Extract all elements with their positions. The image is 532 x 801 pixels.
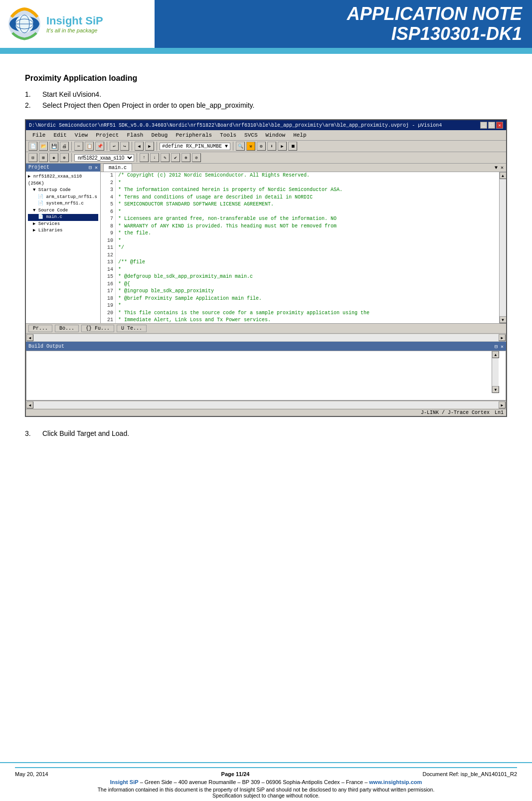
tb2-btn3[interactable]: ◈ (49, 153, 58, 162)
menu-svcs[interactable]: SVCS (240, 131, 261, 139)
globe-icon (7, 7, 41, 41)
sep4 (157, 142, 157, 151)
jlink-status: J-LINK / J-Trace Cortex (421, 410, 490, 415)
tb2-btn10[interactable]: ⊘ (192, 153, 201, 162)
tb2-btn1[interactable]: ⊟ (28, 153, 37, 162)
build-scroll-up[interactable]: ▲ (492, 351, 499, 358)
ide-titlebar-buttons[interactable]: _ □ ✕ (480, 122, 503, 129)
bottom-tab-project[interactable]: Pr... (28, 325, 52, 332)
ide-menubar: File Edit View Project Flash Debug Perip… (26, 130, 506, 141)
search-button[interactable]: 🔍 (236, 142, 245, 151)
scroll-down-button[interactable]: ▼ (500, 316, 507, 323)
menu-help[interactable]: Help (289, 131, 310, 139)
bottom-tab-functions[interactable]: {} Fu... (81, 325, 114, 332)
tb2-btn9[interactable]: ⊗ (181, 153, 190, 162)
build-scroll-track[interactable] (492, 358, 499, 386)
rebuild-button[interactable]: ⚙ (257, 142, 266, 151)
debug-stop-button[interactable]: ⏹ (288, 142, 297, 151)
list-item: 1. Start Keil uVision4. (25, 90, 507, 98)
section-title: Proximity Application loading (25, 74, 507, 83)
tb2-btn8[interactable]: ✔ (171, 153, 180, 162)
tb2-btn2[interactable]: ⊞ (39, 153, 48, 162)
fwd-button[interactable]: ▶ (145, 142, 154, 151)
ide-toolbar-2: ⊟ ⊞ ◈ ⊕ nrf51822_xxaa_s110 ↑ ↓ ✎ ✔ ⊗ ⊘ (26, 152, 506, 164)
build-h-track[interactable] (33, 401, 499, 408)
build-scrollbar-h[interactable]: ◀ ▶ (26, 400, 506, 409)
menu-window[interactable]: Window (262, 131, 290, 139)
build-output-panel: Build Output ⊟ ✕ ▲ ▼ ◀ ▶ J-LINK / J-Trac… (26, 342, 506, 416)
tb2-btn5[interactable]: ↑ (140, 153, 149, 162)
editor-scrollbar-v[interactable]: ▲ ▼ (499, 172, 506, 323)
project-panel-title: Project (28, 165, 49, 171)
new-file-button[interactable]: 📄 (28, 142, 37, 151)
build-scrollbar-v[interactable]: ▲ ▼ (492, 351, 499, 393)
print-button[interactable]: 🖨 (60, 142, 69, 151)
bottom-tab-books[interactable]: Bo... (55, 325, 79, 332)
tree-item-main[interactable]: 📄 main.c (28, 214, 98, 221)
copy-button[interactable]: 📋 (85, 142, 94, 151)
editor-scrollbar-h[interactable]: ◀ ▶ (26, 333, 506, 342)
define-box[interactable]: #define RX_PIN_NUMBE ▼ (160, 143, 230, 150)
build-scroll-left[interactable]: ◀ (26, 401, 33, 408)
menu-peripherals[interactable]: Peripherals (172, 131, 216, 139)
build-scroll-right[interactable]: ▶ (499, 401, 506, 408)
code-content: /* Copyright (c) 2012 Nordic Semiconduct… (116, 172, 499, 323)
scroll-right-button[interactable]: ▶ (499, 334, 506, 341)
app-note-subtitle: ISP130301-DK1 (391, 24, 522, 44)
ide-titlebar: D:\Nordic Semiconductor\nRF51 SDK_v5.0.0… (26, 120, 506, 130)
open-button[interactable]: 📂 (39, 142, 48, 151)
minimize-button[interactable]: _ (480, 122, 487, 129)
footer-date: May 20, 2014 (15, 771, 48, 777)
accent-bar (0, 50, 532, 54)
logo-area: Insight SiP It's all in the package (0, 2, 155, 46)
page-footer: May 20, 2014 Page 11/24 Document Ref: is… (0, 762, 532, 801)
tree-item[interactable]: 📄 system_nrf51.c (28, 200, 98, 207)
scroll-track[interactable] (500, 179, 506, 316)
maximize-button[interactable]: □ (488, 122, 495, 129)
scroll-left-button[interactable]: ◀ (26, 334, 33, 341)
ide-bottom-tabs: Pr... Bo... {} Fu... U Te... (26, 323, 506, 333)
tree-item[interactable]: ▼ Startup Code (28, 187, 98, 194)
tree-item[interactable]: ▼ Source Code (28, 207, 98, 214)
back-button[interactable]: ◀ (135, 142, 144, 151)
sep7 (137, 153, 137, 162)
build-panel-title: Build Output (28, 344, 64, 350)
tree-item[interactable]: ▶ Libraries (28, 227, 98, 234)
menu-flash[interactable]: Flash (123, 131, 147, 139)
editor-tab[interactable]: main.c (103, 164, 132, 172)
menu-edit[interactable]: Edit (49, 131, 70, 139)
menu-debug[interactable]: Debug (147, 131, 172, 139)
menu-tools[interactable]: Tools (216, 131, 240, 139)
footer-content: May 20, 2014 Page 11/24 Document Ref: is… (15, 767, 517, 799)
menu-file[interactable]: File (28, 131, 49, 139)
tb2-btn4[interactable]: ⊕ (60, 153, 69, 162)
load-button[interactable]: ⬇ (267, 142, 276, 151)
paste-button[interactable]: 📌 (95, 142, 104, 151)
sep6 (71, 153, 72, 162)
step3: 3. Click Build Target and Load. (25, 429, 507, 437)
h-scroll-track[interactable] (33, 334, 499, 341)
tree-item[interactable]: 📄 arm_startup_nrf51.s (28, 194, 98, 201)
menu-view[interactable]: View (71, 131, 92, 139)
menu-project[interactable]: Project (92, 131, 123, 139)
tree-item[interactable]: ▶ nrf51822_xxaa_s110 (256K) (28, 174, 98, 187)
save-button[interactable]: 💾 (49, 142, 58, 151)
build-button[interactable]: ⚒ (246, 142, 255, 151)
cut-button[interactable]: ✂ (74, 142, 83, 151)
tb2-btn6[interactable]: ↓ (150, 153, 159, 162)
close-button[interactable]: ✕ (496, 122, 503, 129)
step-number: 2. (25, 101, 37, 109)
tree-item[interactable]: ▶ Services (28, 221, 98, 228)
target-select[interactable]: nrf51822_xxaa_s110 (74, 154, 134, 162)
tb2-btn7[interactable]: ✎ (161, 153, 170, 162)
website-link[interactable]: www.insightsip.com (369, 779, 422, 785)
debug-start-button[interactable]: ▶ (278, 142, 287, 151)
redo-button[interactable]: ↪ (120, 142, 129, 151)
tab-controls: ▼ ✕ (495, 165, 504, 171)
build-scroll-down[interactable]: ▼ (492, 386, 499, 393)
main-content: Proximity Application loading 1. Start K… (0, 54, 532, 452)
undo-button[interactable]: ↩ (110, 142, 119, 151)
app-note-title: APPLICATION NOTE (347, 4, 522, 24)
bottom-tab-templates[interactable]: U Te... (117, 325, 147, 332)
scroll-up-button[interactable]: ▲ (500, 172, 507, 179)
